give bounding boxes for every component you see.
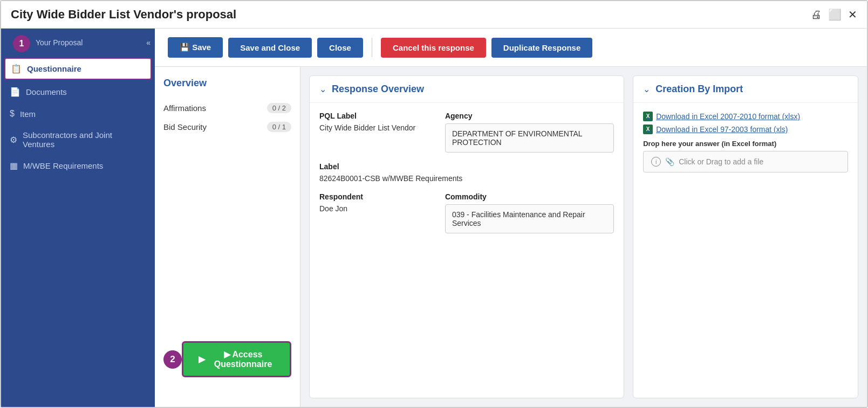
overview-bidsecurity-label: Bid Security — [163, 122, 207, 132]
download-xlsx-link[interactable]: X Download in Excel 2007-2010 format (xl… — [643, 112, 848, 121]
sidebar-label-documents: Documents — [26, 87, 67, 96]
overview-bidsecurity-item: Bid Security 0 / 1 — [163, 117, 291, 136]
creation-import-chevron[interactable]: ⌄ — [643, 84, 650, 94]
agency-section: Agency DEPARTMENT OF ENVIRONMENTAL PROTE… — [445, 112, 614, 153]
sidebar-item-documents[interactable]: 📄 Documents — [1, 81, 155, 103]
sidebar-header-label: Your Proposal — [36, 38, 83, 47]
creation-import-header: ⌄ Creation By Import — [633, 76, 858, 103]
content-area: 💾 Save Save and Close Close Cancel this … — [155, 29, 867, 407]
sidebar-label-subcontractors: Subcontractors and Joint Ventures — [23, 130, 146, 149]
panels-row: Overview Affirmations 0 / 2 Bid Security… — [155, 67, 867, 407]
label-value: 82624B0001-CSB w/MWBE Requirements — [319, 174, 614, 183]
drop-zone-placeholder: Click or Drag to add a file — [679, 157, 763, 166]
window-title: City Wide Bidder List Vendor's proposal — [11, 8, 236, 22]
overview-affirmations-badge: 0 / 2 — [267, 103, 291, 113]
download-xls-link[interactable]: X Download in Excel 97-2003 format (xls) — [643, 125, 848, 134]
response-overview-chevron[interactable]: ⌄ — [319, 84, 326, 94]
respondent-section: Respondent Doe Jon — [319, 192, 432, 233]
sidebar-item-subcontractors[interactable]: ⚙ Subcontractors and Joint Ventures — [1, 125, 155, 155]
subcontractors-icon: ⚙ — [10, 135, 17, 145]
agency-value: DEPARTMENT OF ENVIRONMENTAL PROTECTION — [445, 123, 614, 153]
commodity-section: Commodity 039 - Facilities Maintenance a… — [445, 192, 614, 233]
questionnaire-icon: 📋 — [11, 64, 22, 74]
overview-affirmations-item: Affirmations 0 / 2 — [163, 99, 291, 117]
toolbar-separator — [372, 38, 372, 57]
sidebar-item-mwbe[interactable]: ▦ M/WBE Requirements — [1, 155, 155, 177]
title-bar: City Wide Bidder List Vendor's proposal … — [1, 1, 867, 29]
close-icon[interactable]: ✕ — [848, 8, 857, 21]
response-overview-body: PQL Label City Wide Bidder List Vendor A… — [310, 103, 624, 242]
creation-import-body: X Download in Excel 2007-2010 format (xl… — [633, 103, 858, 181]
maximize-icon[interactable]: ⬜ — [828, 8, 842, 21]
close-button[interactable]: Close — [317, 38, 363, 58]
pql-section: PQL Label City Wide Bidder List Vendor — [319, 112, 432, 153]
right-panels: ⌄ Response Overview PQL Label City Wide … — [300, 67, 867, 407]
save-icon: 💾 — [180, 43, 192, 52]
sidebar: 1 Your Proposal « 📋 Questionnaire 📄 Docu… — [1, 29, 155, 407]
commodity-value: 039 - Facilities Maintenance and Repair … — [445, 204, 614, 233]
label-heading: Label — [319, 162, 614, 171]
row-respondent-commodity: Respondent Doe Jon Commodity 039 - Facil… — [319, 192, 614, 233]
response-overview-title: Response Overview — [332, 84, 424, 95]
label-section: Label 82624B0001-CSB w/MWBE Requirements — [319, 162, 614, 183]
window-controls: 🖨 ⬜ ✕ — [811, 8, 857, 21]
respondent-value: Doe Jon — [319, 204, 432, 213]
main-layout: 1 Your Proposal « 📋 Questionnaire 📄 Docu… — [1, 29, 867, 407]
sidebar-top-row: 1 Your Proposal « — [1, 29, 155, 57]
excel-xlsx-icon: X — [643, 112, 653, 121]
pql-label-heading: PQL Label — [319, 112, 432, 120]
respondent-heading: Respondent — [319, 192, 432, 201]
info-icon: i — [651, 157, 661, 167]
response-overview-header: ⌄ Response Overview — [310, 76, 624, 103]
row-pql-agency: PQL Label City Wide Bidder List Vendor A… — [319, 112, 614, 153]
access-questionnaire-button[interactable]: ▶ ▶ Access Questionnaire — [182, 341, 291, 377]
excel-xls-icon: X — [643, 125, 653, 134]
sidebar-label-item: Item — [20, 109, 36, 119]
agency-heading: Agency — [445, 112, 614, 120]
step1-badge: 1 — [13, 35, 30, 52]
overview-affirmations-label: Affirmations — [163, 103, 206, 113]
main-window: City Wide Bidder List Vendor's proposal … — [0, 0, 868, 408]
overview-panel: Overview Affirmations 0 / 2 Bid Security… — [155, 67, 300, 407]
duplicate-response-button[interactable]: Duplicate Response — [491, 38, 592, 58]
access-questionnaire-row: 2 ▶ ▶ Access Questionnaire — [163, 341, 291, 377]
creation-import-card: ⌄ Creation By Import X Download in Excel… — [633, 75, 858, 398]
pql-label-value: City Wide Bidder List Vendor — [319, 123, 432, 132]
creation-import-title: Creation By Import — [655, 84, 743, 95]
save-button[interactable]: 💾 Save — [168, 37, 223, 58]
sidebar-label-questionnaire: Questionnaire — [27, 64, 81, 73]
documents-icon: 📄 — [10, 87, 20, 97]
sidebar-label-mwbe: M/WBE Requirements — [23, 161, 103, 170]
step2-badge: 2 — [163, 350, 182, 369]
toolbar: 💾 Save Save and Close Close Cancel this … — [155, 29, 867, 67]
save-close-button[interactable]: Save and Close — [228, 38, 312, 58]
sidebar-item-item[interactable]: $ Item — [1, 103, 155, 125]
play-icon: ▶ — [199, 354, 205, 364]
item-icon: $ — [10, 109, 15, 119]
overview-bidsecurity-badge: 0 / 1 — [267, 122, 291, 132]
drop-zone[interactable]: i 📎 Click or Drag to add a file — [643, 151, 848, 172]
sidebar-item-questionnaire[interactable]: 📋 Questionnaire — [4, 58, 152, 80]
mwbe-icon: ▦ — [10, 161, 18, 171]
print-icon[interactable]: 🖨 — [811, 9, 822, 21]
clip-icon: 📎 — [665, 157, 674, 166]
commodity-heading: Commodity — [445, 192, 614, 201]
response-overview-card: ⌄ Response Overview PQL Label City Wide … — [309, 75, 624, 398]
sidebar-collapse-button[interactable]: « — [146, 38, 151, 47]
drop-zone-label: Drop here your answer (in Excel format) — [643, 140, 848, 148]
overview-title: Overview — [163, 78, 291, 89]
cancel-response-button[interactable]: Cancel this response — [381, 38, 486, 58]
